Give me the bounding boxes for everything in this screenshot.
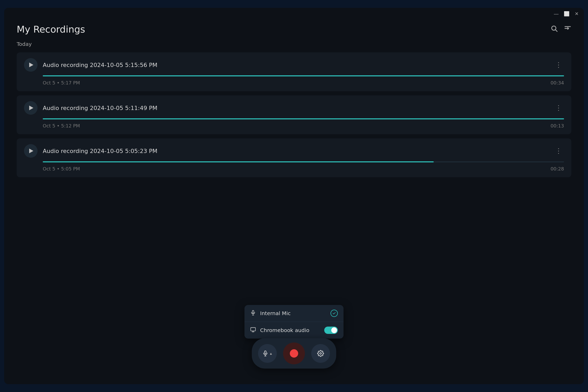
mic-button[interactable]: ▲ [258, 344, 277, 363]
progress-bar-1 [43, 75, 564, 76]
svg-rect-10 [265, 351, 266, 354]
recording-duration-1: 00:34 [550, 80, 564, 85]
chromebook-audio-toggle[interactable] [324, 327, 338, 334]
recording-meta-2: Oct 5 • 5:12 PM [43, 123, 80, 128]
minimize-button[interactable]: — [554, 11, 559, 16]
chromebook-audio-option[interactable]: Chromebook audio [244, 322, 344, 339]
search-button[interactable] [550, 25, 558, 34]
progress-bar-2 [43, 118, 564, 119]
progress-fill-2 [43, 118, 564, 119]
card-top: Audio recording 2024-10-05 5:15:56 PM ⋮ [24, 58, 564, 72]
recording-meta-1: Oct 5 • 5:17 PM [43, 80, 80, 85]
recording-name-2: Audio recording 2024-10-05 5:11:49 PM [43, 105, 548, 111]
play-icon-3 [29, 149, 33, 153]
sort-button[interactable] [564, 25, 571, 34]
more-button-2[interactable]: ⋮ [553, 103, 564, 113]
check-icon [330, 310, 338, 317]
title-bar: — ⬜ ✕ [4, 8, 584, 20]
maximize-button[interactable]: ⬜ [564, 11, 569, 16]
card-bottom-1: Oct 5 • 5:17 PM 00:34 [43, 80, 564, 85]
internal-mic-label: Internal Mic [260, 310, 326, 316]
svg-rect-7 [251, 327, 255, 331]
recording-name-3: Audio recording 2024-10-05 5:05:23 PM [43, 148, 548, 154]
play-icon-2 [29, 106, 33, 110]
svg-rect-4 [252, 310, 254, 313]
search-icon [550, 25, 558, 32]
app-header: My Recordings [4, 20, 584, 41]
close-button[interactable]: ✕ [575, 11, 579, 16]
progress-fill-1 [43, 75, 564, 76]
card-top-2: Audio recording 2024-10-05 5:11:49 PM ⋮ [24, 101, 564, 115]
play-button-3[interactable] [24, 144, 38, 158]
recording-name-1: Audio recording 2024-10-05 5:15:56 PM [43, 62, 548, 68]
control-bar: ▲ [252, 338, 336, 369]
audio-source-popup: Internal Mic Chromebook audio [244, 305, 344, 339]
recording-duration-3: 00:28 [550, 166, 564, 172]
header-actions [550, 25, 571, 34]
svg-point-13 [320, 353, 322, 354]
card-bottom-2: Oct 5 • 5:12 PM 00:13 [43, 123, 564, 128]
progress-fill-3 [43, 161, 434, 162]
more-button-3[interactable]: ⋮ [553, 146, 564, 156]
mic-chevron-icon: ▲ [269, 352, 273, 356]
settings-button[interactable] [311, 344, 330, 363]
mic-ctrl-icon [262, 350, 268, 357]
monitor-popup-icon [250, 327, 256, 334]
app-window: — ⬜ ✕ My Recordings Today [4, 8, 584, 384]
record-button[interactable] [283, 342, 305, 364]
play-button-1[interactable] [24, 58, 38, 72]
card-top-3: Audio recording 2024-10-05 5:05:23 PM ⋮ [24, 144, 564, 158]
window-controls: — ⬜ ✕ [554, 11, 579, 16]
svg-line-1 [555, 30, 557, 31]
internal-mic-option[interactable]: Internal Mic [244, 305, 344, 322]
bottom-area: Internal Mic Chromebook audio [244, 305, 344, 369]
settings-icon [317, 350, 324, 357]
chromebook-audio-label: Chromebook audio [260, 327, 320, 333]
recording-card-3[interactable]: Audio recording 2024-10-05 5:05:23 PM ⋮ … [17, 138, 571, 177]
section-label-today: Today [17, 41, 571, 47]
recording-meta-3: Oct 5 • 5:05 PM [43, 166, 80, 172]
toggle-knob [331, 327, 337, 333]
play-button-2[interactable] [24, 101, 38, 115]
play-icon-1 [29, 63, 33, 67]
card-bottom-3: Oct 5 • 5:05 PM 00:28 [43, 166, 564, 172]
record-dot [290, 349, 298, 358]
page-title: My Recordings [17, 24, 85, 35]
recording-card[interactable]: Audio recording 2024-10-05 5:15:56 PM ⋮ … [17, 52, 571, 91]
recording-duration-2: 00:13 [550, 123, 564, 128]
progress-bar-3 [43, 161, 564, 162]
recording-card-2[interactable]: Audio recording 2024-10-05 5:11:49 PM ⋮ … [17, 95, 571, 134]
sort-icon [564, 25, 571, 32]
mic-popup-icon [250, 310, 256, 317]
more-button-1[interactable]: ⋮ [553, 60, 564, 70]
